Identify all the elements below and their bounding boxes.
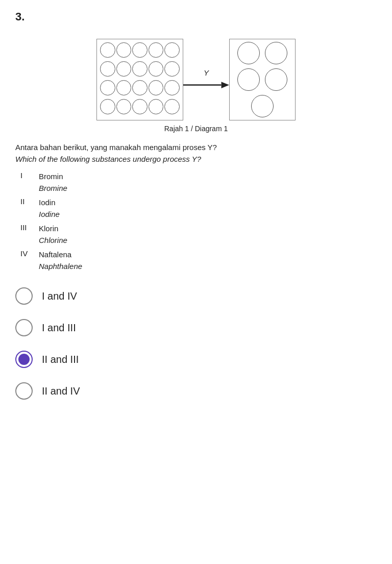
circle [100, 99, 115, 114]
substance-text: NaftalenaNaphthalene [39, 249, 82, 272]
circle [149, 42, 164, 58]
substance-numeral: IV [20, 249, 39, 258]
substance-numeral: I [20, 171, 39, 180]
circle [164, 61, 180, 77]
arrow-label: Y [204, 68, 209, 77]
answer-choice-b[interactable]: I and III [15, 319, 377, 336]
circle [116, 80, 132, 95]
circle-large [237, 68, 260, 91]
answer-label: I and IV [42, 290, 77, 302]
circle [100, 80, 115, 95]
circle-row-bot [251, 95, 274, 117]
circle [116, 61, 132, 77]
substance-text: IodinIodine [39, 197, 60, 220]
circle [100, 42, 115, 58]
svg-marker-1 [222, 82, 229, 88]
radio-inner [18, 354, 30, 365]
circle-row-top [237, 42, 287, 64]
circle-large [251, 95, 274, 117]
arrow-icon [183, 79, 229, 91]
substance-row: IV NaftalenaNaphthalene [20, 249, 377, 272]
diagram-caption: Rajah 1 / Diagram 1 [164, 125, 228, 133]
arrow-area: Y [183, 68, 229, 91]
answer-label: II and IV [42, 385, 80, 397]
answer-choice-d[interactable]: II and IV [15, 382, 377, 400]
circle-row-mid [237, 68, 287, 91]
substance-row: III KlorinChlorine [20, 223, 377, 246]
diagram-wrapper: Y [96, 39, 296, 120]
substance-text: KlorinChlorine [39, 223, 67, 246]
substances-list: I BrominBromine II IodinIodine III Klori… [20, 171, 377, 272]
circle [116, 99, 132, 114]
diagram-box-right [229, 39, 296, 120]
substance-numeral: II [20, 197, 39, 206]
answers-section: I and IV I and III II and III II and IV [15, 287, 377, 400]
circle [149, 99, 164, 114]
diagram-box-left [96, 39, 183, 120]
circle [164, 80, 180, 95]
circle [132, 61, 148, 77]
answer-choice-a[interactable]: I and IV [15, 287, 377, 305]
circle [149, 80, 164, 95]
radio-button [15, 287, 33, 305]
circle [132, 42, 148, 58]
circle [164, 42, 180, 58]
circle [132, 99, 148, 114]
circle [116, 42, 132, 58]
circle [149, 61, 164, 77]
radio-button [15, 319, 33, 336]
radio-button [15, 382, 33, 400]
answer-label: II and III [42, 354, 79, 365]
circle [100, 61, 115, 77]
substance-text: BrominBromine [39, 171, 67, 194]
substance-numeral: III [20, 223, 39, 232]
circle-large [237, 42, 260, 64]
circle-large [265, 42, 287, 64]
substance-row: II IodinIodine [20, 197, 377, 220]
answer-choice-c[interactable]: II and III [15, 351, 377, 368]
answer-label: I and III [42, 322, 76, 334]
diagram-area: Y Rajah 1 / Diagram 1 [15, 39, 377, 133]
circle-large [265, 68, 287, 91]
substance-row: I BrominBromine [20, 171, 377, 194]
circle [164, 99, 180, 114]
radio-button [15, 351, 33, 368]
question-text: Antara bahan berikut, yang manakah menga… [15, 142, 377, 165]
question-number: 3. [15, 10, 377, 23]
circle [132, 80, 148, 95]
